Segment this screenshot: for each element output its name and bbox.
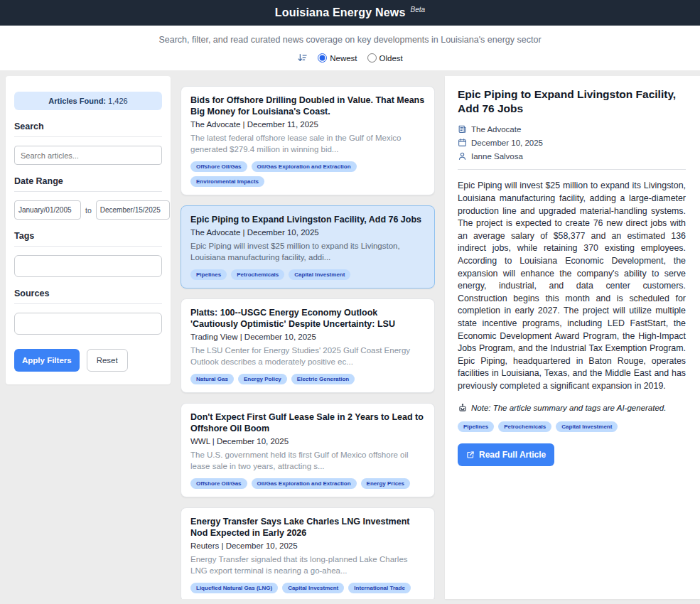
tag-pill: International Trade [348,583,411,593]
search-heading: Search [14,122,162,137]
detail-author-row: Ianne Salvosa [458,151,686,161]
newest-label: Newest [330,54,357,63]
oldest-label: Oldest [379,54,403,63]
article-meta: The Advocate | December 11, 2025 [190,120,425,129]
tag-pill: Environmental Impacts [190,176,264,187]
article-meta: The Advocate | December 10, 2025 [190,228,425,237]
detail-date-row: December 10, 2025 [458,138,686,147]
sources-heading: Sources [14,288,162,304]
app-title: Louisiana Energy News [275,6,406,19]
search-section: Search [14,122,162,165]
date-from-input[interactable] [14,200,81,220]
robot-icon [458,403,468,413]
detail-date: December 10, 2025 [471,139,543,147]
date-range-section: Date Range to [14,176,162,220]
read-full-article-button[interactable]: Read Full Article [458,443,554,466]
article-meta: WWL | December 10, 2025 [190,437,425,446]
article-card[interactable]: Platts: 100--USGC Energy Economy Outlook… [181,298,435,393]
sort-icon [297,53,308,63]
detail-author: Ianne Salvosa [471,152,523,161]
search-input[interactable] [14,146,162,165]
articles-found-badge: Articles Found: 1,426 [14,92,162,110]
article-tags: Natural Gas Energy Policy Electric Gener… [190,374,425,384]
detail-body: Epic Piping will invest $25 million to e… [458,180,686,392]
tag-pill: Electric Generation [291,374,355,384]
tag-pill: Liquefied Natural Gas (LNG) [190,583,278,593]
read-full-article-label: Read Full Article [479,450,546,460]
calendar-icon [458,138,467,147]
tag-pill: Capital Investment [282,583,344,593]
tags-section: Tags [14,231,162,277]
content: Articles Found: 1,426 Search Date Range … [0,70,700,599]
newest-radio[interactable] [318,53,327,63]
top-strip: Search, filter, and read curated news co… [0,26,700,70]
date-range-heading: Date Range [14,176,162,192]
article-card[interactable]: Don't Expect First Gulf Lease Sale in 2 … [181,403,435,497]
detail-title: Epic Piping to Expand Livingston Facilit… [458,87,686,116]
subtitle: Search, filter, and read curated news co… [0,35,700,45]
detail-source: The Advocate [471,125,521,134]
date-separator: to [85,206,92,215]
detail-tags: Pipelines Petrochemicals Capital Investm… [458,421,686,432]
tag-pill: Oil/Gas Exploration and Extraction [252,161,357,172]
detail-divider [458,169,686,170]
sources-section: Sources [14,288,162,335]
oldest-radio[interactable] [367,53,377,63]
date-row: to [14,200,162,220]
tag-pill: Petrochemicals [498,421,551,432]
beta-badge: Beta [411,6,426,14]
article-excerpt: The latest federal offshore lease sale i… [190,133,425,155]
article-list: Bids for Offshore Drilling Doubled in Va… [181,76,435,599]
article-excerpt: The LSU Center for Energy Studies' 2025 … [190,345,425,367]
sources-input[interactable] [14,313,162,335]
article-card[interactable]: Energy Transfer Says Lake Charles LNG In… [181,507,435,599]
filter-buttons-row: Apply Filters Reset [14,349,162,372]
tag-pill: Natural Gas [190,374,234,384]
article-detail-panel: Epic Piping to Expand Livingston Facilit… [445,76,700,599]
app-header: Louisiana Energy News Beta [0,0,700,26]
article-title: Epic Piping to Expand Livingston Facilit… [190,214,425,225]
reset-button[interactable]: Reset [87,349,128,372]
article-title: Energy Transfer Says Lake Charles LNG In… [190,516,425,539]
detail-source-row: The Advocate [458,124,686,134]
sort-row: Newest Oldest [0,53,700,63]
article-tags: Pipelines Petrochemicals Capital Investm… [190,269,425,280]
article-tags: Offshore Oil/Gas Oil/Gas Exploration and… [190,161,425,187]
tag-pill: Capital Investment [289,269,350,280]
tag-pill: Offshore Oil/Gas [190,161,247,172]
articles-found-count: 1,426 [108,97,128,105]
apply-filters-button[interactable]: Apply Filters [14,349,80,372]
article-card-selected[interactable]: Epic Piping to Expand Livingston Facilit… [181,205,435,288]
tags-input[interactable] [14,255,162,277]
article-tags: Offshore Oil/Gas Oil/Gas Exploration and… [190,478,425,489]
sort-option-newest[interactable]: Newest [318,53,357,63]
article-excerpt: Epic Piping will invest $25 million to e… [190,241,425,263]
tags-heading: Tags [14,231,162,247]
article-card[interactable]: Bids for Offshore Drilling Doubled in Va… [181,86,435,195]
tag-pill: Oil/Gas Exploration and Extraction [252,478,357,489]
tag-pill: Offshore Oil/Gas [190,478,247,489]
newspaper-icon [458,124,467,134]
article-title: Don't Expect First Gulf Lease Sale in 2 … [190,411,425,434]
tag-pill: Energy Prices [361,478,410,489]
article-tags: Liquefied Natural Gas (LNG) Capital Inve… [190,583,425,593]
article-excerpt: Energy Transfer signaled that its long-p… [190,554,425,576]
article-meta: Trading View | December 10, 2025 [190,333,425,341]
sort-option-oldest[interactable]: Oldest [367,53,403,63]
tag-pill: Energy Policy [238,374,287,384]
article-meta: Reuters | December 10, 2025 [190,541,425,550]
article-excerpt: The U.S. government held its first Gulf … [190,450,425,472]
tag-pill: Pipelines [458,421,494,432]
article-title: Bids for Offshore Drilling Doubled in Va… [190,95,425,117]
filter-sidebar: Articles Found: 1,426 Search Date Range … [6,76,171,384]
ai-note-text: Note: The article summary and tags are A… [471,404,666,412]
date-to-input[interactable] [96,200,170,220]
tag-pill: Petrochemicals [231,269,284,280]
external-link-icon [466,451,475,459]
article-title: Platts: 100--USGC Energy Economy Outlook… [190,307,425,330]
articles-found-label: Articles Found: [48,97,106,105]
person-icon [458,151,467,161]
tag-pill: Pipelines [190,269,227,280]
tag-pill: Capital Investment [556,421,618,432]
ai-note: Note: The article summary and tags are A… [458,403,686,413]
